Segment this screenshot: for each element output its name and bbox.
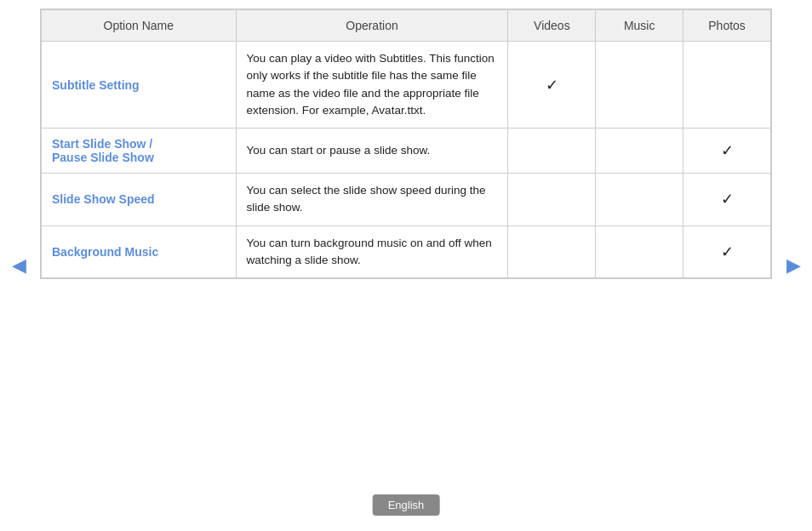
music-check-1 bbox=[596, 128, 683, 174]
header-music: Music bbox=[596, 10, 683, 42]
operation-text-1: You can start or pause a slide show. bbox=[236, 128, 508, 174]
photos-check-1: ✓ bbox=[683, 128, 771, 174]
operation-text-0: You can play a video with Subtitles. Thi… bbox=[236, 42, 508, 128]
language-button[interactable]: English bbox=[373, 494, 440, 516]
options-table: Option Name Operation Videos Music Photo… bbox=[41, 9, 771, 278]
left-nav-arrow[interactable]: ◀ bbox=[9, 250, 29, 281]
page-wrapper: ◀ ▶ Option Name Operation Videos Music P… bbox=[0, 0, 812, 531]
table-row: Background MusicYou can turn background … bbox=[42, 226, 771, 278]
table-row: Start Slide Show /Pause Slide ShowYou ca… bbox=[42, 128, 771, 174]
left-arrow-icon: ◀ bbox=[12, 254, 26, 277]
option-name-3: Background Music bbox=[42, 226, 237, 278]
right-arrow-icon: ▶ bbox=[786, 254, 801, 277]
music-check-2 bbox=[596, 174, 683, 226]
operation-text-2: You can select the slide show speed duri… bbox=[236, 174, 508, 226]
header-videos: Videos bbox=[508, 10, 596, 42]
photos-check-3: ✓ bbox=[683, 226, 771, 278]
videos-check-2 bbox=[508, 174, 596, 226]
videos-check-3 bbox=[508, 226, 596, 278]
footer-bar: English bbox=[373, 494, 440, 516]
header-option-name: Option Name bbox=[42, 10, 237, 42]
videos-check-0: ✓ bbox=[508, 42, 596, 128]
operation-text-3: You can turn background music on and off… bbox=[236, 226, 508, 278]
option-name-1: Start Slide Show /Pause Slide Show bbox=[42, 128, 237, 174]
videos-check-1 bbox=[508, 128, 596, 174]
option-name-0: Subtitle Setting bbox=[42, 42, 237, 128]
header-operation: Operation bbox=[236, 10, 508, 42]
option-name-2: Slide Show Speed bbox=[42, 174, 237, 226]
header-photos: Photos bbox=[683, 10, 771, 42]
photos-check-2: ✓ bbox=[683, 174, 771, 226]
table-row: Subtitle SettingYou can play a video wit… bbox=[42, 42, 771, 128]
table-row: Slide Show SpeedYou can select the slide… bbox=[42, 174, 771, 226]
right-nav-arrow[interactable]: ▶ bbox=[783, 250, 803, 281]
music-check-3 bbox=[596, 226, 683, 278]
music-check-0 bbox=[596, 42, 683, 128]
options-table-container: Option Name Operation Videos Music Photo… bbox=[40, 9, 772, 279]
table-header-row: Option Name Operation Videos Music Photo… bbox=[42, 10, 771, 42]
photos-check-0 bbox=[683, 42, 771, 128]
